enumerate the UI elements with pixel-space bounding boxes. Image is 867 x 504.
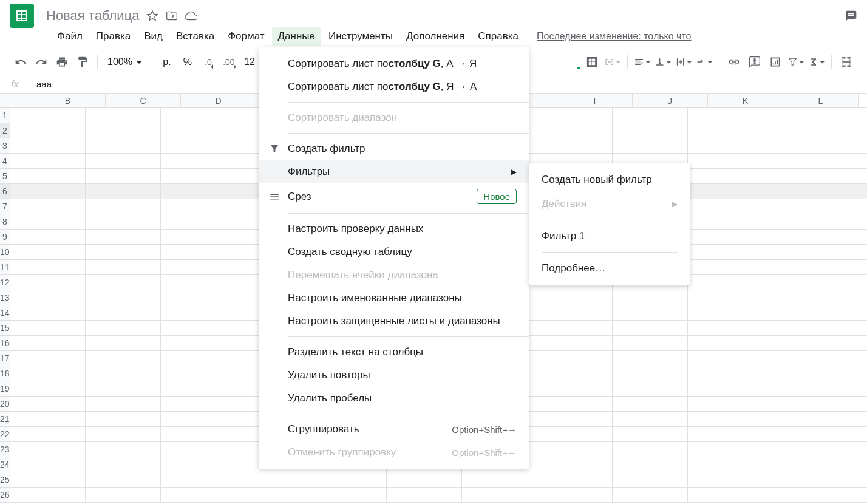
row-header[interactable]: 12 [0,275,10,290]
menu-create-filter[interactable]: Создать фильтр [259,137,529,160]
cell[interactable] [688,138,763,154]
row-header[interactable]: 11 [0,260,10,275]
cell[interactable] [86,275,161,290]
cell[interactable] [86,427,161,442]
row-header[interactable]: 8 [0,214,10,230]
menu-insert[interactable]: Вставка [170,27,220,46]
cell[interactable] [613,381,688,397]
cell[interactable] [387,488,462,503]
col-header[interactable]: C [106,94,181,107]
menu-edit[interactable]: Правка [90,27,137,46]
row-header[interactable]: 26 [0,488,10,503]
cell[interactable] [161,381,236,397]
cell[interactable] [838,108,867,123]
cell[interactable] [86,457,161,472]
cell[interactable] [86,169,161,184]
cell[interactable] [86,321,161,336]
row-header[interactable]: 10 [0,245,10,260]
cell[interactable] [688,108,763,123]
menu-help[interactable]: Справка [472,27,525,46]
menu-sort-asc[interactable]: Сортировать лист по столбцу G, А → Я [259,52,529,75]
cell[interactable] [838,351,867,366]
row-header[interactable]: 14 [0,305,10,321]
row-header[interactable]: 15 [0,321,10,336]
cell[interactable] [613,351,688,366]
paint-format-icon[interactable] [74,53,91,70]
insert-link-icon[interactable] [726,53,743,70]
cell[interactable] [763,245,838,260]
cell[interactable] [161,427,236,442]
cell[interactable] [763,260,838,275]
cell[interactable] [838,412,867,427]
cell[interactable] [161,214,236,230]
cell[interactable] [86,184,161,199]
cell[interactable] [10,457,86,472]
cell[interactable] [161,184,236,199]
row-header[interactable]: 7 [0,199,10,214]
row-header[interactable]: 13 [0,290,10,305]
text-rotation-icon[interactable] [696,53,713,70]
cell[interactable] [537,290,613,305]
cell[interactable] [763,427,838,442]
cell[interactable] [763,169,838,184]
cell[interactable] [161,154,236,169]
cell[interactable] [86,397,161,412]
cell[interactable] [161,138,236,154]
cell[interactable] [763,184,838,199]
cell[interactable] [613,366,688,381]
cell[interactable] [537,108,613,123]
cell[interactable] [10,245,86,260]
col-header[interactable]: L [783,94,858,107]
comments-icon[interactable] [845,10,857,22]
cell[interactable] [688,397,763,412]
cell[interactable] [86,412,161,427]
cell[interactable] [838,245,867,260]
cell[interactable] [688,123,763,138]
cell[interactable] [838,154,867,169]
cell[interactable] [10,169,86,184]
cell[interactable] [10,336,86,351]
cell[interactable] [688,321,763,336]
horizontal-align-icon[interactable] [634,53,651,70]
row-header[interactable]: 2 [0,123,10,138]
cell[interactable] [10,321,86,336]
menu-tools[interactable]: Инструменты [322,27,399,46]
submenu-filter-1[interactable]: Фильтр 1 [529,224,690,248]
cell[interactable] [161,108,236,123]
cell[interactable] [763,381,838,397]
cell[interactable] [537,305,613,321]
row-header[interactable]: 17 [0,351,10,366]
menu-protected-ranges[interactable]: Настроить защищенные листы и диапазоны [259,310,529,333]
cell[interactable] [10,214,86,230]
cell[interactable] [688,154,763,169]
cell[interactable] [688,245,763,260]
row-header[interactable]: 3 [0,138,10,154]
cell[interactable] [838,427,867,442]
row-header[interactable]: 21 [0,412,10,427]
cell[interactable] [838,184,867,199]
menu-format[interactable]: Формат [222,27,270,46]
cell[interactable] [688,442,763,457]
increase-decimal-icon[interactable]: .00 [220,53,237,70]
menu-trim-whitespace[interactable]: Удалить пробелы [259,387,529,410]
cell[interactable] [688,366,763,381]
insert-chart-icon[interactable] [767,53,784,70]
cell[interactable] [311,472,387,488]
row-header[interactable]: 18 [0,366,10,381]
cell[interactable] [10,138,86,154]
cell[interactable] [86,442,161,457]
cell[interactable] [537,472,613,488]
cell[interactable] [688,427,763,442]
cell[interactable] [763,412,838,427]
cell[interactable] [161,290,236,305]
cell[interactable] [10,230,86,245]
cell[interactable] [161,305,236,321]
cell[interactable] [86,138,161,154]
cell[interactable] [10,199,86,214]
cell[interactable] [688,199,763,214]
menu-remove-duplicates[interactable]: Удалить повторы [259,364,529,387]
star-icon[interactable] [146,10,158,22]
select-all-corner[interactable] [0,94,30,107]
cell[interactable] [763,138,838,154]
cell[interactable] [161,472,236,488]
